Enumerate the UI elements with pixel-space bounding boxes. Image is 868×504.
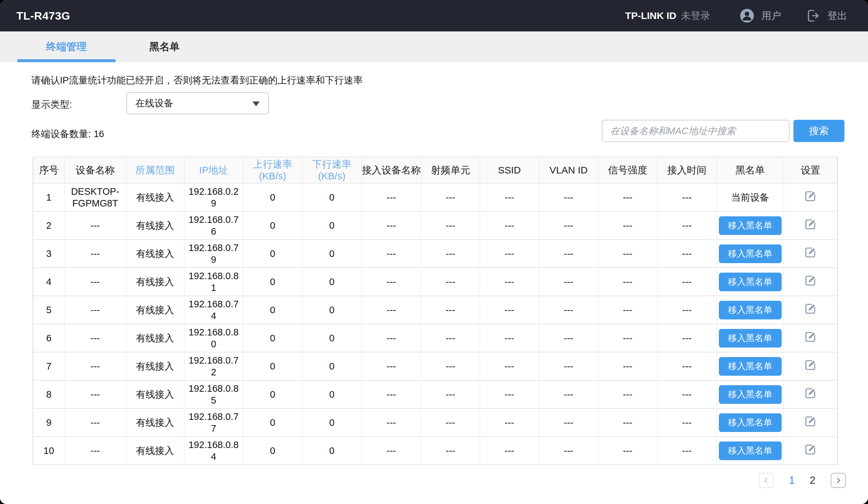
edit-settings-button[interactable] <box>803 216 818 232</box>
cell-up: 0 <box>243 183 302 211</box>
cell-name: --- <box>64 211 126 240</box>
cell-time: --- <box>657 268 716 296</box>
move-to-blacklist-button[interactable]: 移入黑名单 <box>719 244 782 263</box>
page-number-1[interactable]: 1 <box>789 475 795 486</box>
cell-down: 0 <box>302 352 361 380</box>
column-header-6: 接入设备名称 <box>361 157 421 183</box>
chevron-down-icon <box>252 101 260 107</box>
cell-ap_name: --- <box>361 409 421 436</box>
column-header-9: VLAN ID <box>539 157 598 183</box>
cell-signal: --- <box>598 409 657 436</box>
display-type-dropdown[interactable]: 在线设备 <box>126 92 269 114</box>
move-to-blacklist-button[interactable]: 移入黑名单 <box>719 273 782 291</box>
column-header-4[interactable]: 上行速率(KB/s) <box>243 157 302 183</box>
topbar-right: TP-LINK ID 未登录 用户 登出 <box>625 9 847 23</box>
cell-ssid: --- <box>480 268 539 296</box>
cell-signal: --- <box>598 352 657 380</box>
cell-vlan: --- <box>539 380 598 409</box>
cell-blacklist: 移入黑名单 <box>716 296 784 324</box>
move-to-blacklist-button[interactable]: 移入黑名单 <box>719 216 782 235</box>
table-row: 6---有线接入192.168.0.8000------------------… <box>33 324 838 352</box>
move-to-blacklist-button[interactable]: 移入黑名单 <box>719 442 782 460</box>
column-header-0: 序号 <box>33 157 64 183</box>
column-header-13: 设置 <box>784 157 838 183</box>
tab-terminal-management[interactable]: 终端管理 <box>17 31 115 62</box>
login-status[interactable]: 未登录 <box>681 9 710 23</box>
edit-settings-button[interactable] <box>803 442 818 457</box>
cell-settings <box>784 436 838 465</box>
cell-ip: 192.168.0.79 <box>184 240 243 268</box>
cell-name: --- <box>64 409 126 436</box>
cell-down: 0 <box>302 211 361 240</box>
cell-vlan: --- <box>539 211 598 240</box>
tplink-id-label[interactable]: TP-LINK ID <box>625 10 676 21</box>
column-header-7: 射频单元 <box>421 157 480 183</box>
logout-label: 登出 <box>827 9 847 23</box>
cell-time: --- <box>657 324 716 352</box>
move-to-blacklist-button[interactable]: 移入黑名单 <box>719 385 782 404</box>
search-input[interactable] <box>602 120 789 142</box>
edit-settings-button[interactable] <box>803 245 818 260</box>
column-header-3[interactable]: IP地址 <box>184 157 243 183</box>
cell-ssid: --- <box>480 409 539 436</box>
cell-signal: --- <box>598 380 657 409</box>
column-header-2[interactable]: 所属范围 <box>126 157 184 183</box>
cell-ip: 192.168.0.72 <box>184 352 243 380</box>
router-admin-window: TL-R473G TP-LINK ID 未登录 用户 登出 <box>0 0 868 504</box>
cell-no: 3 <box>33 240 64 268</box>
cell-ssid: --- <box>480 183 539 211</box>
cell-name: --- <box>64 324 126 352</box>
edit-settings-button[interactable] <box>803 414 818 429</box>
cell-rf: --- <box>421 352 480 380</box>
search-button[interactable]: 搜索 <box>794 120 845 142</box>
edit-settings-button[interactable] <box>803 273 818 288</box>
edit-settings-button[interactable] <box>803 357 818 372</box>
move-to-blacklist-button[interactable]: 移入黑名单 <box>719 357 782 376</box>
cell-name: --- <box>64 352 126 380</box>
cell-blacklist: 移入黑名单 <box>716 380 784 409</box>
cell-ap_name: --- <box>361 183 421 211</box>
edit-settings-button[interactable] <box>803 189 818 203</box>
edit-settings-button[interactable] <box>803 301 818 316</box>
column-header-5[interactable]: 下行速率(KB/s) <box>302 157 361 183</box>
ip-traffic-notice: 请确认IP流量统计功能已经开启，否则将无法查看到正确的上行速率和下行速率 <box>31 74 363 87</box>
content: 请确认IP流量统计功能已经开启，否则将无法查看到正确的上行速率和下行速率 显示类… <box>0 62 868 504</box>
user-menu[interactable]: 用户 <box>740 9 781 23</box>
column-header-8: SSID <box>480 157 539 183</box>
logout-button[interactable]: 登出 <box>806 9 847 23</box>
next-page-button[interactable] <box>831 473 846 488</box>
tab-blacklist[interactable]: 黑名单 <box>115 31 214 62</box>
move-to-blacklist-button[interactable]: 移入黑名单 <box>719 301 782 320</box>
cell-no: 7 <box>33 352 64 380</box>
cell-settings <box>784 324 838 352</box>
move-to-blacklist-button[interactable]: 移入黑名单 <box>719 413 782 432</box>
cell-rf: --- <box>421 183 480 211</box>
edit-settings-button[interactable] <box>803 329 818 344</box>
cell-scope: 有线接入 <box>126 268 184 296</box>
cell-ssid: --- <box>480 436 539 465</box>
cell-ip: 192.168.0.76 <box>184 211 243 240</box>
cell-scope: 有线接入 <box>126 409 184 436</box>
cell-signal: --- <box>598 183 657 211</box>
move-to-blacklist-button[interactable]: 移入黑名单 <box>719 329 782 347</box>
table-row: 5---有线接入192.168.0.7400------------------… <box>33 296 838 324</box>
cell-rf: --- <box>421 436 480 465</box>
cell-settings <box>784 240 838 268</box>
cell-settings <box>784 268 838 296</box>
cell-name: --- <box>64 240 126 268</box>
cell-down: 0 <box>302 183 361 211</box>
cell-name: --- <box>64 380 126 409</box>
cell-down: 0 <box>302 380 361 409</box>
cell-time: --- <box>657 409 716 436</box>
table-row: 2---有线接入192.168.0.7600------------------… <box>33 211 838 240</box>
cell-ap_name: --- <box>361 324 421 352</box>
page-number-2[interactable]: 2 <box>810 475 815 486</box>
table-row: 4---有线接入192.168.0.8100------------------… <box>33 268 838 296</box>
cell-signal: --- <box>598 436 657 465</box>
previous-page-button[interactable] <box>759 473 774 488</box>
device-count-label: 终端设备数量: <box>31 129 91 139</box>
cell-settings <box>784 380 838 409</box>
cell-ip: 192.168.0.81 <box>184 268 243 296</box>
cell-vlan: --- <box>539 268 598 296</box>
edit-settings-button[interactable] <box>803 385 818 401</box>
